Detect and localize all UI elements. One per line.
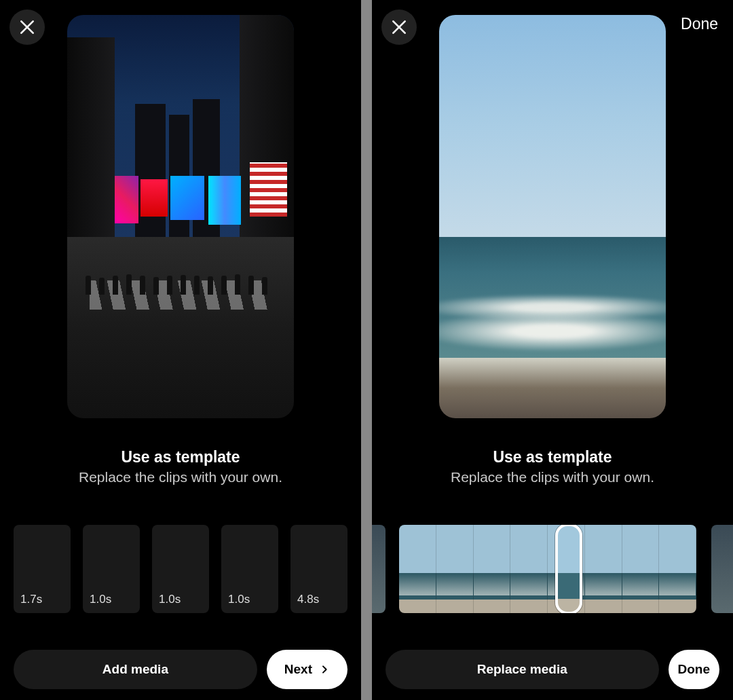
clip-duration: 4.8s: [297, 593, 319, 606]
close-icon: [390, 18, 408, 36]
template-text: Use as template Replace the clips with y…: [372, 448, 733, 485]
clip-slot[interactable]: 1.7s: [14, 525, 71, 613]
filmstrip-scrubber[interactable]: [399, 525, 696, 613]
chevron-right-icon: [319, 664, 330, 675]
template-subtitle: Replace the clips with your own.: [372, 469, 733, 485]
button-label: Done: [681, 15, 718, 33]
button-label: Next: [284, 662, 312, 677]
template-title: Use as template: [0, 448, 361, 466]
clip-slot[interactable]: 1.0s: [221, 525, 278, 613]
close-button[interactable]: [381, 10, 417, 45]
template-replace-screen: Done Use as template Replace the clips w…: [372, 0, 733, 700]
bottom-bar: Add media Next: [14, 650, 347, 689]
close-icon: [18, 18, 36, 36]
screen-divider: [361, 0, 372, 700]
template-preview[interactable]: [67, 15, 294, 418]
template-text: Use as template Replace the clips with y…: [0, 448, 361, 485]
clip-slot[interactable]: 1.0s: [152, 525, 209, 613]
next-button[interactable]: Next: [267, 650, 347, 689]
button-label: Done: [678, 662, 711, 677]
template-subtitle: Replace the clips with your own.: [0, 469, 361, 485]
clip-slot[interactable]: 1.0s: [83, 525, 140, 613]
button-label: Replace media: [477, 662, 567, 677]
clip-duration: 1.0s: [159, 593, 181, 606]
clip-duration: 1.7s: [20, 593, 42, 606]
preview-container: [372, 0, 733, 418]
close-button[interactable]: [10, 10, 45, 45]
scrub-handle[interactable]: [555, 525, 582, 613]
button-label: Add media: [102, 662, 168, 677]
clip-duration: 1.0s: [228, 593, 250, 606]
done-button[interactable]: Done: [669, 650, 720, 689]
clip-slots-row: 1.7s 1.0s 1.0s 1.0s 4.8s: [0, 525, 361, 613]
replace-media-button[interactable]: Replace media: [386, 650, 659, 689]
template-empty-screen: Use as template Replace the clips with y…: [0, 0, 361, 700]
clip-slot[interactable]: 4.8s: [290, 525, 347, 613]
template-preview[interactable]: [439, 15, 666, 418]
add-media-button[interactable]: Add media: [14, 650, 257, 689]
bottom-bar: Replace media Done: [386, 650, 719, 689]
filmstrip-container: [372, 525, 733, 613]
template-title: Use as template: [372, 448, 733, 466]
filmstrip-next-clip[interactable]: [711, 525, 733, 613]
preview-container: [0, 0, 361, 418]
clip-duration: 1.0s: [90, 593, 111, 606]
filmstrip-prev-clip[interactable]: [372, 525, 386, 613]
done-top-button[interactable]: Done: [681, 15, 718, 33]
